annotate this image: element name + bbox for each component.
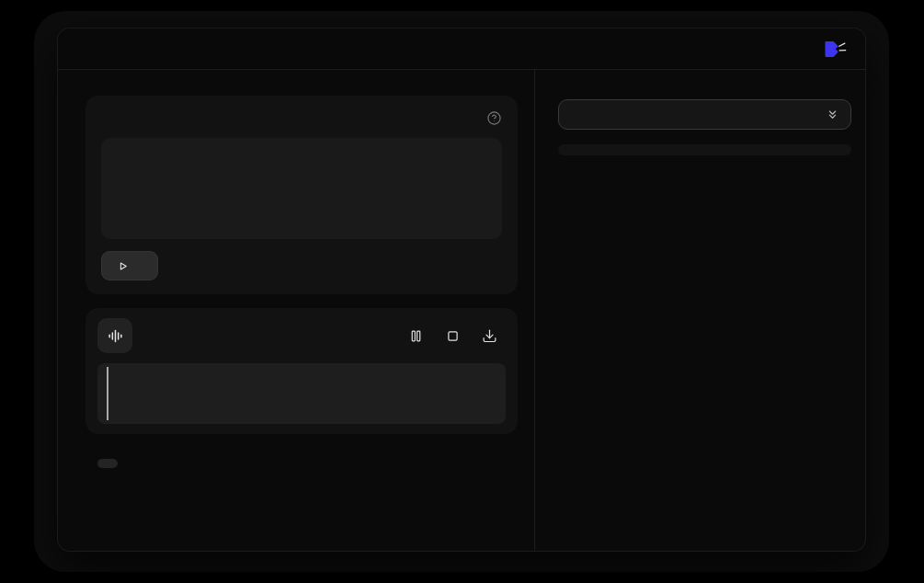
composer-pane	[58, 70, 535, 551]
composer-footer	[101, 251, 502, 280]
player-header	[97, 318, 506, 353]
stop-button[interactable]	[445, 328, 461, 344]
audio-lines-icon	[97, 318, 132, 353]
pause-button[interactable]	[408, 328, 424, 344]
help-icon[interactable]	[486, 110, 502, 126]
details-button[interactable]	[97, 459, 118, 468]
close-window-button[interactable]	[74, 43, 86, 54]
minimize-window-button[interactable]	[92, 43, 103, 54]
status-row	[86, 459, 517, 468]
titlebar	[58, 29, 865, 70]
composer-header	[101, 109, 502, 127]
download-button[interactable]	[482, 328, 497, 344]
traffic-lights	[74, 43, 120, 54]
voice-selector-right	[817, 108, 839, 121]
app-window	[57, 28, 866, 552]
player-card	[86, 308, 518, 434]
play-icon	[117, 260, 129, 272]
voice-style-pane	[535, 70, 865, 551]
chevrons-down-icon	[826, 108, 839, 121]
create-button[interactable]	[101, 251, 158, 280]
zoom-window-button[interactable]	[109, 43, 120, 54]
composer-card	[86, 96, 518, 294]
player-controls	[408, 328, 506, 344]
brand	[817, 40, 847, 59]
waveform[interactable]	[97, 363, 506, 424]
brand-icon	[823, 40, 847, 59]
sliders-card	[558, 144, 851, 155]
speech-text-input[interactable]	[101, 138, 502, 239]
window-content	[58, 70, 865, 551]
playhead[interactable]	[107, 367, 108, 420]
waveform-bars	[107, 363, 496, 424]
voice-selector[interactable]	[558, 99, 851, 130]
desktop-background	[0, 0, 924, 583]
